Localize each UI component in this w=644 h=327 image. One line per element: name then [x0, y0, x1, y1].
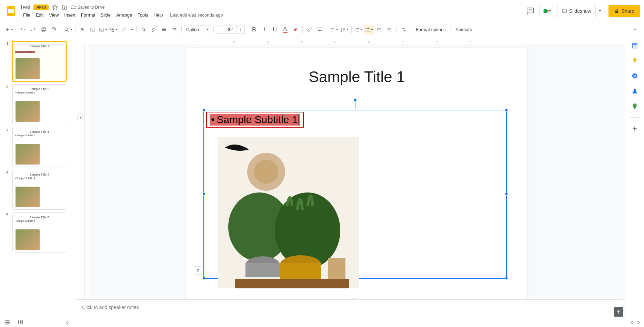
thumbnail-panel[interactable]: 1 Sample Title 1 Sample Subtitle 1 2 Sam… — [0, 37, 75, 319]
undo-button[interactable] — [18, 25, 28, 34]
thumb-number: 5 — [6, 212, 10, 252]
bold-button[interactable]: B — [249, 25, 259, 34]
menu-edit[interactable]: Edit — [33, 12, 46, 18]
last-edit-link[interactable]: Last edit was seconds ago — [170, 12, 223, 18]
menu-insert[interactable]: Insert — [62, 12, 78, 18]
sidepanel-back-icon[interactable] — [630, 320, 634, 326]
border-weight-button[interactable] — [159, 25, 169, 34]
slides-logo[interactable] — [4, 4, 18, 18]
star-icon[interactable] — [51, 4, 58, 11]
doc-title[interactable]: test — [21, 4, 31, 11]
keep-icon[interactable] — [631, 57, 639, 65]
tasks-icon[interactable] — [631, 72, 639, 80]
align-button[interactable] — [329, 25, 339, 34]
menu-view[interactable]: View — [47, 12, 61, 18]
increase-indent-button[interactable] — [385, 25, 394, 34]
add-addon-icon[interactable] — [631, 125, 639, 133]
animate-button[interactable]: Animate — [453, 27, 475, 32]
expand-toggle[interactable]: ⇕ — [194, 266, 202, 275]
slide-title[interactable]: Sample Title 1 — [186, 68, 527, 86]
collapse-toolbar-button[interactable] — [630, 25, 640, 34]
select-tool[interactable] — [78, 25, 87, 34]
ruler-horizontal[interactable]: 123456789 — [89, 37, 625, 44]
svg-rect-6 — [42, 29, 46, 30]
calendar-icon[interactable]: 31 — [631, 41, 639, 50]
explore-button[interactable] — [614, 307, 623, 317]
share-button[interactable]: Share — [608, 5, 640, 17]
rotate-handle[interactable] — [354, 99, 356, 101]
clear-format-button[interactable] — [399, 25, 409, 34]
canvas-area[interactable]: Sample Title 1 Sample Subtitle 1 — [89, 44, 625, 319]
collapse-thumbs-icon[interactable] — [65, 320, 70, 326]
notes-resize-handle[interactable] — [349, 298, 360, 300]
link-button[interactable] — [305, 25, 314, 34]
title-area: test .PPTX Saved to Drive File Edit View… — [21, 4, 223, 18]
content-textbox[interactable]: Sample Subtitle 1 — [203, 110, 507, 279]
textbox-tool[interactable] — [88, 25, 98, 34]
maps-icon[interactable] — [631, 102, 639, 110]
speaker-notes[interactable]: Click to add speaker notes — [75, 299, 623, 319]
italic-button[interactable]: I — [260, 25, 269, 34]
resize-handle-mr[interactable] — [505, 193, 508, 196]
resize-handle-br[interactable] — [505, 277, 508, 280]
slideshow-dropdown[interactable] — [596, 10, 604, 12]
text-color-button[interactable]: A — [280, 25, 290, 34]
menu-file[interactable]: File — [21, 12, 33, 18]
font-select[interactable]: Calibri — [184, 25, 211, 34]
ruler-vertical[interactable]: ◂ — [75, 44, 85, 319]
thumbnail-slide-3[interactable]: Sample Title 3 • Sample Subtitle 3 — [12, 127, 66, 167]
size-input[interactable] — [224, 26, 237, 34]
contacts-icon[interactable] — [631, 87, 639, 95]
menu-slide[interactable]: Slide — [98, 12, 113, 18]
paint-format-button[interactable] — [49, 25, 59, 34]
line-dropdown[interactable] — [129, 25, 134, 34]
resize-handle-tl[interactable] — [202, 109, 205, 111]
redo-button[interactable] — [29, 25, 38, 34]
thumb-subtitle: • Sample Subtitle 2 — [15, 91, 64, 94]
zoom-button[interactable] — [63, 25, 73, 34]
highlight-button[interactable] — [291, 25, 300, 34]
size-decrease[interactable]: − — [216, 26, 224, 34]
fill-color-button[interactable] — [139, 25, 148, 34]
border-color-button[interactable] — [149, 25, 159, 34]
filmstrip-view-icon[interactable] — [4, 319, 10, 327]
resize-handle-bl[interactable] — [202, 277, 205, 280]
image-tool[interactable] — [98, 25, 108, 34]
underline-button[interactable]: U — [270, 25, 280, 34]
bullet-list-button[interactable] — [364, 25, 374, 34]
thumbnail-slide-4[interactable]: Sample Title 4 • Sample Subtitle 4 — [12, 170, 66, 210]
menu-tools[interactable]: Tools — [135, 12, 150, 18]
grid-view-icon[interactable] — [17, 319, 23, 327]
decrease-indent-button[interactable] — [374, 25, 384, 34]
slideshow-button[interactable]: Slideshow — [557, 5, 604, 17]
meet-button[interactable] — [539, 5, 553, 17]
thumbnail-slide-2[interactable]: Sample Title 2 • Sample Subtitle 2 — [12, 84, 66, 124]
comments-icon[interactable] — [525, 6, 535, 16]
line-spacing-button[interactable] — [340, 25, 349, 34]
menu-help[interactable]: Help — [151, 12, 165, 18]
thumbnail-slide-5[interactable]: Sample Title 5 • Sample Subtitle 5 — [12, 212, 66, 252]
sidepanel-hide-icon[interactable] — [636, 320, 641, 326]
numbered-list-button[interactable]: 12 — [354, 25, 363, 34]
save-status[interactable]: Saved to Drive — [71, 4, 105, 10]
border-dash-button[interactable] — [170, 25, 179, 34]
menu-format[interactable]: Format — [79, 12, 98, 18]
new-slide-button[interactable] — [4, 25, 14, 34]
comment-button[interactable] — [315, 25, 325, 34]
slide-canvas[interactable]: Sample Title 1 Sample Subtitle 1 — [186, 48, 527, 303]
thumb-title: Sample Title 5 — [13, 216, 66, 219]
ruler-toggle[interactable]: ◂ — [77, 113, 83, 121]
print-button[interactable] — [39, 25, 49, 34]
subtitle-selection: Sample Subtitle 1 — [206, 112, 304, 128]
subtitle-text[interactable]: Sample Subtitle 1 — [210, 114, 300, 126]
slide-image[interactable] — [218, 137, 359, 288]
resize-handle-tr[interactable] — [505, 109, 508, 111]
format-options-button[interactable]: Format options — [413, 27, 449, 32]
shape-tool[interactable] — [109, 25, 118, 34]
menu-arrange[interactable]: Arrange — [114, 12, 134, 18]
line-tool[interactable] — [119, 25, 129, 34]
size-increase[interactable]: + — [237, 26, 245, 34]
move-icon[interactable] — [61, 4, 68, 11]
thumbnail-slide-1[interactable]: Sample Title 1 Sample Subtitle 1 — [12, 41, 66, 81]
resize-handle-ml[interactable] — [202, 193, 205, 196]
